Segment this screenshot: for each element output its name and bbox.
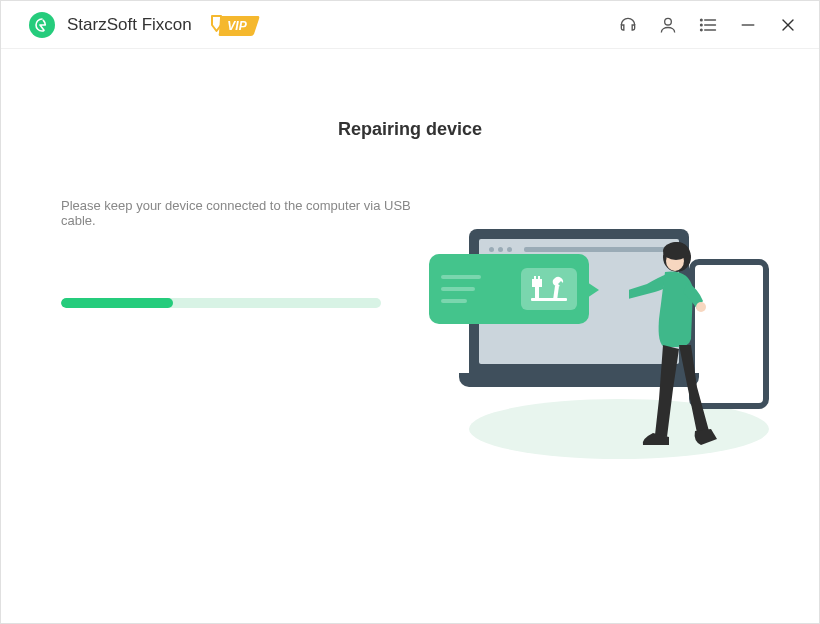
app-title: StarzSoft Fixcon [67, 15, 192, 35]
svg-point-17 [663, 242, 689, 260]
progress-fill [61, 298, 173, 308]
repair-badge-icon [429, 254, 589, 324]
page-heading: Repairing device [61, 119, 759, 140]
account-icon[interactable] [657, 14, 679, 36]
app-logo-icon [29, 12, 55, 38]
svg-point-5 [701, 24, 703, 26]
vip-badge: VIP [204, 13, 260, 37]
menu-icon[interactable] [697, 14, 719, 36]
svg-rect-14 [531, 298, 567, 301]
titlebar: StarzSoft Fixcon VIP [1, 1, 819, 49]
support-icon[interactable] [617, 14, 639, 36]
instruction-text: Please keep your device connected to the… [61, 198, 411, 228]
titlebar-controls [617, 14, 799, 36]
progress-bar [61, 298, 381, 308]
close-button[interactable] [777, 14, 799, 36]
minimize-button[interactable] [737, 14, 759, 36]
svg-point-7 [701, 29, 703, 31]
svg-point-2 [665, 18, 672, 25]
person-icon [629, 239, 719, 449]
svg-rect-12 [535, 286, 539, 300]
repair-illustration [429, 209, 789, 469]
svg-rect-13 [553, 286, 559, 300]
main-content: Repairing device Please keep your device… [1, 49, 819, 623]
svg-point-3 [701, 19, 703, 21]
progress-section: Please keep your device connected to the… [61, 198, 411, 308]
svg-text:VIP: VIP [227, 19, 247, 33]
svg-point-19 [696, 302, 706, 312]
